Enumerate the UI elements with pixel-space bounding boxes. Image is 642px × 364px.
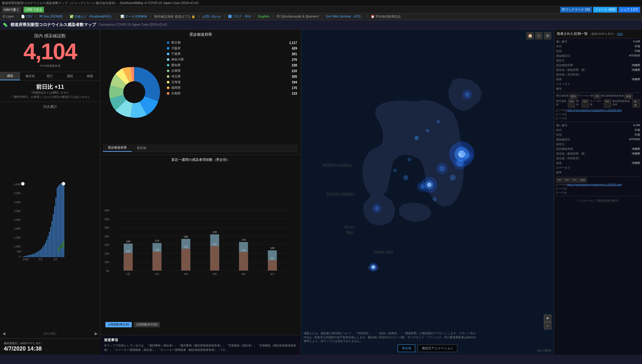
svg-rect-83: [124, 253, 133, 271]
svg-text:4/3: 4/3: [155, 272, 159, 276]
svg-rect-33: [41, 249, 42, 257]
case-card-4106: 通し番号 4,106 年代 不明 性別 不明 感染確定日 4/7/2020 発症…: [554, 38, 642, 122]
zoom-controls: + -: [544, 314, 551, 330]
svg-rect-44: [56, 198, 56, 257]
map-panel: NORTH KOREA SOUTH KOREA Korea Bay Yellow…: [301, 29, 554, 355]
svg-text:109: 109: [126, 250, 130, 253]
nav-blog[interactable]: 🅿 ブログ・寄付: [228, 14, 251, 19]
prefecture-list: 東京都 1,117 大阪府 429 千葉県 281: [166, 40, 298, 144]
svg-text:4/5: 4/5: [213, 272, 217, 276]
svg-rect-27: [33, 254, 34, 257]
list-item: 愛知県 238: [166, 62, 298, 68]
case-list-csv[interactable]: CSV: [617, 32, 623, 35]
tab-prefecture[interactable]: 受診都道府県: [103, 144, 132, 152]
svg-text:166: 166: [126, 240, 130, 243]
svg-rect-30: [37, 252, 38, 257]
tab-asymptomatic[interactable]: 無症状: [20, 72, 40, 80]
svg-text:Korea: Korea: [344, 225, 355, 229]
chart-prev-btn[interactable]: ◀: [3, 331, 5, 336]
zoom-out-btn[interactable]: -: [544, 322, 551, 330]
nav-geojson[interactable]: 🗺 Geo.JSON(B): [39, 15, 62, 18]
right-actions: B!ブックマーク 165 ツイート 4932 シェア 1.6万: [560, 7, 640, 13]
svg-point-148: [393, 169, 397, 172]
japan-map-svg: NORTH KOREA SOUTH KOREA Korea Bay Yellow…: [301, 29, 554, 355]
note-button[interactable]: noteで書く: [2, 7, 21, 13]
svg-text:200: 200: [104, 243, 109, 246]
nav-bar: ☰ Layer | 📄 CSV | 🗺 Geo.JSON(B) | ✅ 定義など…: [0, 13, 642, 20]
bookmark-button[interactable]: B!ブックマーク 165: [560, 7, 592, 13]
list-item: 兵庫県 210: [166, 68, 298, 74]
svg-text:100: 100: [104, 261, 109, 264]
svg-text:126: 126: [270, 247, 274, 250]
tab-infection[interactable]: 感染: [0, 72, 20, 80]
svg-text:400: 400: [104, 209, 109, 212]
svg-point-58: [62, 182, 65, 185]
line-button[interactable]: LINEで送る: [24, 7, 44, 13]
svg-text:1,000: 1,000: [14, 245, 21, 248]
svg-rect-38: [48, 236, 48, 257]
btn-animation[interactable]: 発症日アニメーション: [418, 345, 457, 352]
svg-rect-24: [29, 255, 30, 257]
svg-rect-95: [210, 246, 219, 271]
svg-text:170: 170: [155, 240, 159, 242]
btn-residence[interactable]: 居住地: [398, 345, 415, 352]
svg-rect-51: [23, 257, 24, 257]
svg-rect-87: [152, 252, 162, 271]
nav-secret: 制作秘話:謎産 @@はてな 🔒: [154, 14, 195, 19]
svg-text:3,500: 3,500: [14, 201, 21, 204]
svg-text:152: 152: [213, 243, 217, 246]
pcr-note: *PCR検査陽性者: [4, 64, 96, 68]
svg-text:137: 137: [184, 245, 188, 248]
tab-test[interactable]: 検査: [80, 72, 100, 80]
page-title-sub: Coronavirus COVID-19 Japan Case (2019-nC…: [98, 23, 167, 26]
svg-point-130: [439, 166, 445, 171]
nav-csv[interactable]: 📄 CSV: [21, 15, 32, 18]
tab-residence[interactable]: 居住地: [132, 144, 151, 152]
update-date: 4/7/2020 14:38: [4, 346, 97, 352]
tab-discharge[interactable]: 退院: [60, 72, 80, 80]
nav-english[interactable]: English: [258, 15, 269, 18]
share-button[interactable]: シェア 1.6万: [618, 7, 640, 13]
map-home-btn[interactable]: 🏠: [526, 32, 534, 40]
map-list-btn[interactable]: ≡: [535, 32, 543, 40]
map-grid-btn[interactable]: ⊞: [544, 32, 551, 40]
list-item: 大阪府 429: [166, 45, 298, 51]
chart-tab-age[interactable]: 2)増加数(年代別): [134, 322, 160, 327]
prefecture-pie-chart: [106, 64, 162, 120]
svg-text:4,500: 4,500: [14, 183, 21, 186]
svg-rect-36: [45, 243, 46, 257]
esri-attribution: Esri, HERE: [537, 349, 551, 352]
nav-data-usage[interactable]: 📊 データ活用事例: [120, 14, 147, 19]
page-title-bar: 🦠 都道府県別新型コロナウイルス感染者数マップ Coronavirus COVI…: [0, 20, 642, 29]
svg-text:2,500: 2,500: [14, 218, 21, 221]
svg-text:2月: 2月: [39, 258, 43, 261]
tab-death[interactable]: 死亡: [40, 72, 60, 80]
nav-readme[interactable]: ✅ 定義など（Readme&FAQ）: [70, 14, 113, 19]
nav-credit: BY:@oohamazaki & @aimerci: [277, 15, 319, 18]
list-item: 千葉県 281: [166, 51, 298, 57]
zoom-in-btn[interactable]: +: [544, 314, 551, 322]
svg-rect-91: [181, 249, 190, 270]
svg-point-140: [457, 145, 465, 154]
tweet-button[interactable]: ツイート 4932: [593, 7, 617, 13]
nav-auto-reload: ⏰ 30分毎自動再読込: [371, 14, 401, 19]
svg-text:1,500: 1,500: [14, 236, 21, 239]
list-item: 北海道 194: [166, 79, 298, 85]
weekly-chart-title: 直近一週間の感染者増加数（男女別）: [103, 157, 298, 162]
nav-esri[interactable]: Esri Web Seminar（4/22）: [326, 14, 363, 19]
svg-text:NORTH KOREA: NORTH KOREA: [323, 163, 352, 168]
nav-contact[interactable]: お問い合わせ: [202, 14, 221, 19]
day-change-box: 前日比 +11 *各確認込みとは連動しません *「陽性判明日」を参照しており公表…: [0, 81, 100, 102]
chart-title: 日次累計: [3, 104, 98, 109]
svg-text:350: 350: [104, 218, 109, 221]
svg-text:4月: 4月: [126, 272, 130, 276]
svg-text:300: 300: [104, 226, 109, 229]
map-note: 地図上には、感染者の居住地について、「市区町村」・「（総合）振興局」・「都道府県…: [304, 331, 479, 343]
chart-tab-gender[interactable]: 1)増加数(男女別): [105, 322, 132, 327]
case-list-title: 発表された症例一覧 （最新300件を表示） CSV: [554, 29, 642, 38]
svg-point-57: [21, 182, 24, 185]
day-change-notes: *各確認込みとは連動しません *「陽性判明日」を参照しており公表日や報道日ではあ…: [4, 91, 96, 99]
chart-next-btn[interactable]: ▶: [95, 331, 98, 336]
svg-text:150: 150: [104, 252, 109, 255]
list-item: 埼玉県 205: [166, 74, 298, 79]
